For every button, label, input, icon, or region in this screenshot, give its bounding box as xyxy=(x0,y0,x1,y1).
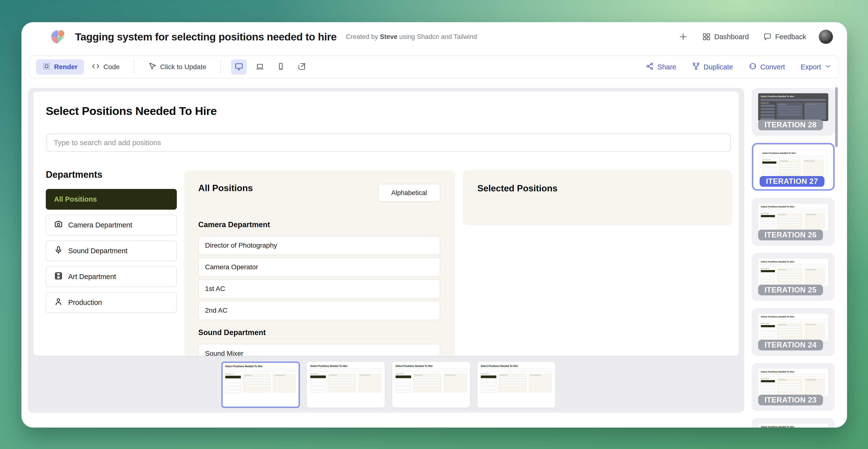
feedback-label: Feedback xyxy=(775,33,806,41)
iteration-badge: ITERATION 25 xyxy=(758,285,823,295)
dashboard-label: Dashboard xyxy=(714,33,749,41)
group-sound-heading: Sound Department xyxy=(198,328,266,337)
desktop-icon xyxy=(235,62,243,72)
dept-sound[interactable]: Sound Department xyxy=(46,240,177,261)
cursor-icon xyxy=(148,62,157,72)
code-icon xyxy=(92,62,100,72)
position-row[interactable]: Director of Photography xyxy=(198,236,440,255)
iteration-badge: ITERATION 27 xyxy=(760,176,825,187)
search-input[interactable] xyxy=(46,134,731,152)
app-heading: Select Positions Needed To Hire xyxy=(46,104,217,118)
position-row[interactable]: 1st AC xyxy=(198,279,440,298)
dept-art[interactable]: Art Department xyxy=(46,266,177,287)
departments-heading: Departments xyxy=(46,169,102,180)
iteration-badge: ITERATION 23 xyxy=(758,395,823,406)
iteration-card-26[interactable]: Select Positions Needed To Hire ITERATIO… xyxy=(752,198,835,246)
render-icon xyxy=(42,62,51,72)
iteration-badge: ITERATION 26 xyxy=(758,230,823,240)
chat-bubble-icon xyxy=(763,32,772,41)
share-icon xyxy=(646,62,654,72)
iteration-badge: ITERATION 24 xyxy=(758,340,823,350)
iteration-card-27[interactable]: Select Positions Needed To Hire ITERATIO… xyxy=(752,143,835,191)
camera-icon xyxy=(54,220,63,230)
code-tab[interactable]: Code xyxy=(86,59,125,74)
convert-icon xyxy=(749,62,757,72)
grid-icon xyxy=(702,32,711,41)
dept-camera[interactable]: Camera Department xyxy=(46,215,177,235)
new-project-button[interactable] xyxy=(678,32,688,42)
iteration-card-25[interactable]: Select Positions Needed To Hire ITERATIO… xyxy=(752,253,835,301)
iteration-card-24[interactable]: Select Positions Needed To Hire ITERATIO… xyxy=(752,308,835,356)
header: Tagging system for selecting positions n… xyxy=(22,22,847,52)
position-row[interactable]: Sound Mixer xyxy=(198,344,440,356)
toolbar: Render Code Click to Update xyxy=(29,56,839,78)
author-name: Steve xyxy=(380,33,398,40)
sidebar-scrollbar[interactable] xyxy=(835,87,838,147)
microphone-icon xyxy=(54,246,63,256)
dept-production[interactable]: Production xyxy=(46,292,177,313)
iteration-badge: ITERATION 28 xyxy=(758,120,823,130)
app-logo-icon[interactable] xyxy=(51,30,64,43)
person-icon xyxy=(54,297,63,308)
page-title: Tagging system for selecting positions n… xyxy=(75,31,337,43)
dashboard-button[interactable]: Dashboard xyxy=(702,32,749,41)
plus-icon xyxy=(678,32,688,42)
version-thumbnail-4[interactable]: Select Positions Needed To Hire xyxy=(477,361,556,408)
mobile-icon xyxy=(276,62,285,72)
iteration-card-23[interactable]: Select Positions Needed To Hire ITERATIO… xyxy=(752,363,835,411)
convert-button[interactable]: Convert xyxy=(749,62,785,72)
open-in-new-window-button[interactable] xyxy=(294,59,310,74)
user-avatar[interactable] xyxy=(819,30,833,44)
rendered-app: Select Positions Needed To Hire Departme… xyxy=(33,91,739,356)
render-tab[interactable]: Render xyxy=(36,59,84,74)
mobile-view-button[interactable] xyxy=(273,59,288,74)
selected-positions-heading: Selected Positions xyxy=(477,183,557,194)
version-thumbnails: Select Positions Needed To Hire Select P… xyxy=(221,361,556,408)
version-thumbnail-1[interactable]: Select Positions Needed To Hire xyxy=(221,361,300,408)
film-icon xyxy=(54,271,63,282)
position-row[interactable]: 2nd AC xyxy=(198,301,440,320)
click-to-update-button[interactable]: Click to Update xyxy=(143,59,212,74)
departments-list: All Positions Camera Department Sound De… xyxy=(46,189,177,313)
feedback-button[interactable]: Feedback xyxy=(763,32,806,41)
created-by-text: Created by Steve using Shadcn and Tailwi… xyxy=(346,33,477,41)
selected-positions-panel: Selected Positions xyxy=(463,170,732,225)
laptop-view-button[interactable] xyxy=(252,59,268,74)
duplicate-button[interactable]: Duplicate xyxy=(692,62,733,72)
laptop-icon xyxy=(255,62,264,72)
all-positions-heading: All Positions xyxy=(198,183,253,193)
app-window: Tagging system for selecting positions n… xyxy=(22,22,847,427)
group-camera-heading: Camera Department xyxy=(198,220,270,229)
share-button[interactable]: Share xyxy=(646,62,676,72)
version-thumbnail-2[interactable]: Select Positions Needed To Hire xyxy=(307,361,385,408)
iteration-card-partial[interactable]: Select Positions Needed To Hire xyxy=(752,418,835,427)
fork-icon xyxy=(692,62,700,72)
export-button[interactable]: Export xyxy=(801,63,832,72)
dept-all-positions[interactable]: All Positions xyxy=(46,189,177,210)
all-positions-panel: All Positions Alphabetical Camera Depart… xyxy=(184,170,455,356)
alphabetical-sort-button[interactable]: Alphabetical xyxy=(378,184,440,202)
iteration-card-28[interactable]: Select Positions Needed To Hire ITERATIO… xyxy=(752,88,835,136)
desktop-view-button[interactable] xyxy=(231,59,247,74)
position-row[interactable]: Camera Operator xyxy=(198,257,440,277)
popout-icon xyxy=(298,62,306,72)
chevron-down-icon xyxy=(825,63,832,72)
version-thumbnail-3[interactable]: Select Positions Needed To Hire xyxy=(392,361,470,408)
preview-canvas: Select Positions Needed To Hire Departme… xyxy=(28,88,744,413)
